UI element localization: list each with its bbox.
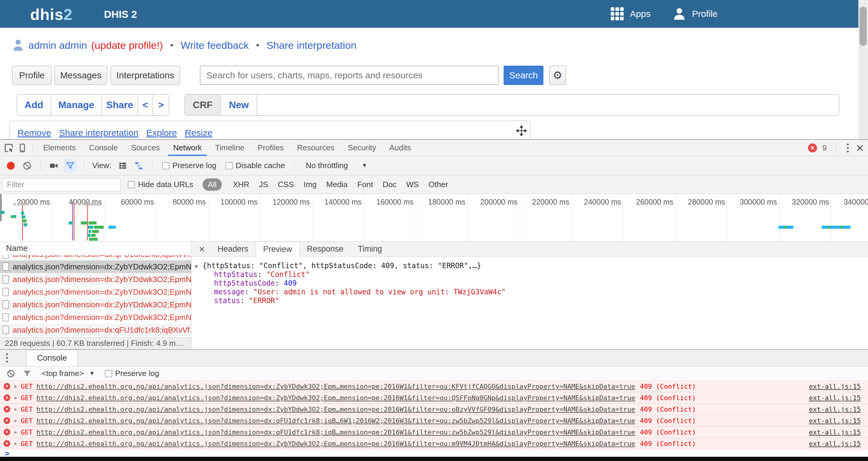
checkbox-icon[interactable] [225,162,233,169]
widget-link[interactable]: Resize [185,128,213,138]
console-preserve-log-checkbox[interactable]: Preserve log [105,369,159,378]
expand-icon[interactable]: ▶ [14,406,17,412]
detail-tab[interactable]: Preview [255,242,300,257]
source-location-link[interactable]: ext-all.js:15 [809,405,861,413]
filter-type[interactable]: WS [401,180,424,189]
network-request-row[interactable]: analytics.json?dimension=dx:qFU1dfc1rk8;… [0,324,191,336]
expander-icon[interactable]: ▼ [195,262,198,271]
scrollbar-thumb[interactable] [860,7,867,46]
json-root-node[interactable]: ▼ {httpStatus: "Conflict", httpStatusCod… [195,262,868,270]
checkbox-icon[interactable] [128,181,135,188]
network-request-row[interactable]: analytics.json?dimension=dx:ZybYDdwk3O2;… [0,260,191,273]
devtools-close-icon[interactable]: × [856,141,864,155]
request-url-link[interactable]: http://dhis2.ehealth.org.ng/api/analytic… [36,417,635,425]
devtools-tab[interactable]: Profiles [251,140,290,156]
filter-type[interactable]: Other [424,180,453,189]
devtools-tab[interactable]: Security [341,140,383,156]
share-interpretation-link[interactable]: Share interpretation [267,39,356,51]
chevron-down-icon[interactable]: ▼ [89,370,95,377]
preserve-log-checkbox[interactable]: Preserve log [162,161,216,170]
devtools-tab[interactable]: Audits [383,140,418,156]
profile-button[interactable]: Profile [12,66,52,85]
request-url-link[interactable]: http://dhis2.ehealth.org.ng/api/analytic… [36,440,635,448]
clear-console-icon[interactable] [4,367,18,380]
page-scrollbar[interactable] [858,0,868,139]
expand-icon[interactable]: ▶ [14,395,17,400]
search-input[interactable] [200,66,499,85]
hide-data-urls-checkbox[interactable]: Hide data URLs [128,180,193,189]
filter-type[interactable]: Img [299,180,321,189]
filter-type[interactable]: Media [321,180,352,189]
checkbox-icon[interactable] [105,370,112,377]
view-list-icon[interactable] [116,159,129,172]
request-url-link[interactable]: http://dhis2.ehealth.org.ng/api/analytic… [36,394,635,402]
record-icon[interactable] [4,159,18,172]
devtools-menu-icon[interactable] [845,142,850,154]
source-location-link[interactable]: ext-all.js:15 [809,394,861,402]
widget-link[interactable]: Remove [18,128,51,138]
source-location-link[interactable]: ext-all.js:15 [809,440,861,448]
devtools-tab[interactable]: Network [166,140,208,156]
filter-type[interactable]: JS [254,180,273,189]
settings-button[interactable]: ⚙ [549,66,566,85]
move-handle-icon[interactable] [516,125,527,136]
widget-link[interactable]: Explore [146,128,177,138]
tab-crf[interactable]: CRF [185,95,221,115]
filter-type[interactable]: XHR [228,180,254,189]
profile-menu-button[interactable]: Profile [672,0,718,28]
expand-icon[interactable]: ▶ [14,441,17,446]
search-button[interactable]: Search [504,66,544,85]
devtools-tab[interactable]: Elements [36,140,82,156]
interpretations-button[interactable]: Interpretations [110,66,180,85]
update-profile-link[interactable]: (update profile!) [91,39,163,51]
prev-button[interactable]: < [138,95,153,115]
filter-type[interactable]: Font [352,180,378,189]
share-button[interactable]: Share [102,95,138,115]
next-button[interactable]: > [153,95,169,115]
request-url-link[interactable]: http://dhis2.ehealth.org.ng/api/analytic… [36,428,635,436]
messages-button[interactable]: Messages [54,66,107,85]
name-column-header[interactable]: Name [0,242,191,255]
manage-button[interactable]: Manage [51,95,102,115]
filter-type[interactable]: CSS [273,180,299,189]
close-detail-icon[interactable]: × [195,243,209,255]
network-request-row[interactable]: analytics.json?dimension=dx:ZybYDdwk3O2;… [0,286,191,298]
device-toolbar-icon[interactable] [16,141,29,155]
devtools-tab[interactable]: Timeline [209,140,251,156]
detail-tab[interactable]: Response [300,242,351,256]
inspect-element-icon[interactable] [2,141,16,155]
network-filter-input[interactable] [2,178,121,191]
checkbox-icon[interactable] [162,162,169,169]
source-location-link[interactable]: ext-all.js:15 [809,383,861,390]
filter-icon[interactable] [64,159,77,172]
request-url-link[interactable]: http://dhis2.ehealth.org.ng/api/analytic… [36,383,635,390]
devtools-tab[interactable]: Console [82,140,124,156]
detail-tab[interactable]: Timing [351,242,390,256]
view-waterfall-icon[interactable] [132,159,146,172]
apps-menu-button[interactable]: Apps [610,0,650,28]
expand-icon[interactable]: ▶ [14,383,17,389]
filter-type[interactable]: Doc [378,180,401,189]
request-url-link[interactable]: http://dhis2.ehealth.org.ng/api/analytic… [36,405,635,413]
network-request-row[interactable]: analytics.json?dimension=dx:ZybYDdwk3O2;… [0,311,191,324]
devtools-tab[interactable]: Sources [124,140,166,156]
drawer-menu-icon[interactable] [4,350,10,366]
frame-selector-dropdown[interactable]: <top frame> [41,369,84,378]
expand-icon[interactable]: ▶ [14,429,17,435]
disable-cache-checkbox[interactable]: Disable cache [225,161,285,170]
detail-tab[interactable]: Headers [210,242,255,256]
widget-link[interactable]: Share interpretation [59,128,138,138]
write-feedback-link[interactable]: Write feedback [181,39,249,51]
console-filter-icon[interactable] [21,367,34,380]
network-request-row[interactable]: analytics.json?dimension=dx:qFU1dfc1rk8;… [0,255,191,260]
network-overview-timeline[interactable]: 20000 ms 40000 ms 60000 ms 80000 ms [0,194,868,242]
tab-console[interactable]: Console [27,350,78,366]
filter-type-all[interactable]: All [203,178,222,191]
tab-new[interactable]: New [221,95,257,115]
network-request-row[interactable]: analytics.json?dimension=dx:ZybYDdwk3O2;… [0,273,191,286]
source-location-link[interactable]: ext-all.js:15 [809,417,861,425]
capture-screenshots-icon[interactable] [47,159,61,172]
source-location-link[interactable]: ext-all.js:15 [809,428,861,436]
devtools-tab[interactable]: Resources [290,140,341,156]
dhis2-logo[interactable]: dhis2 [30,5,73,24]
